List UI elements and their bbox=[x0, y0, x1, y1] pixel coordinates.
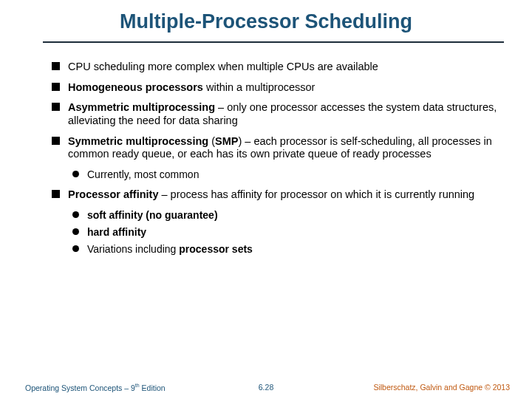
term: Homogeneous processors bbox=[68, 81, 203, 93]
term: processor sets bbox=[179, 243, 253, 255]
bullet-text: Variations including bbox=[87, 243, 179, 255]
bullet-text: – process has affinity for processor on … bbox=[159, 188, 475, 200]
footer: Operating System Concepts – 9th Edition … bbox=[0, 377, 532, 392]
circle-bullet-icon bbox=[72, 228, 79, 235]
square-bullet-icon bbox=[52, 62, 60, 70]
bullet-homogeneous: Homogeneous processors within a multipro… bbox=[52, 81, 502, 95]
sub-bullet-processor-sets: Variations including processor sets bbox=[72, 243, 502, 256]
term: Asymmetric multiprocessing bbox=[68, 101, 215, 113]
circle-bullet-icon bbox=[72, 171, 79, 177]
bullet-text: soft affinity (no guarantee) bbox=[87, 209, 218, 221]
term: Processor affinity bbox=[68, 188, 159, 200]
square-bullet-icon bbox=[52, 83, 60, 91]
bullet-cpu-scheduling: CPU scheduling more complex when multipl… bbox=[52, 61, 502, 74]
bullet-text: CPU scheduling more complex when multipl… bbox=[68, 61, 378, 72]
title-rule bbox=[43, 41, 504, 43]
abbrev: SMP bbox=[215, 135, 238, 147]
footer-right: Silberschatz, Galvin and Gagne © 2013 bbox=[373, 383, 510, 392]
bullet-text: ( bbox=[208, 135, 215, 147]
circle-bullet-icon bbox=[72, 211, 79, 218]
left-stripe bbox=[0, 0, 24, 399]
bullet-symmetric: Symmetric multiprocessing (SMP) – each p… bbox=[52, 135, 502, 161]
bullet-affinity: Processor affinity – process has affinit… bbox=[52, 188, 502, 202]
circle-bullet-icon bbox=[72, 245, 79, 252]
sub-bullet-hard-affinity: hard affinity bbox=[72, 226, 502, 239]
square-bullet-icon bbox=[52, 103, 60, 111]
slide: Multiple-Processor Scheduling CPU schedu… bbox=[0, 0, 532, 399]
bullet-asymmetric: Asymmetric multiprocessing – only one pr… bbox=[52, 101, 502, 127]
bullet-text: Currently, most common bbox=[87, 168, 199, 180]
bullet-text: hard affinity bbox=[87, 226, 146, 238]
content-area: CPU scheduling more complex when multipl… bbox=[52, 53, 502, 260]
square-bullet-icon bbox=[52, 137, 60, 145]
slide-title: Multiple-Processor Scheduling bbox=[0, 10, 532, 33]
square-bullet-icon bbox=[52, 190, 60, 198]
sub-bullet-currently: Currently, most common bbox=[72, 168, 502, 181]
term: Symmetric multiprocessing bbox=[68, 135, 208, 147]
sub-bullet-soft-affinity: soft affinity (no guarantee) bbox=[72, 209, 502, 222]
bullet-text: within a multiprocessor bbox=[203, 81, 316, 93]
